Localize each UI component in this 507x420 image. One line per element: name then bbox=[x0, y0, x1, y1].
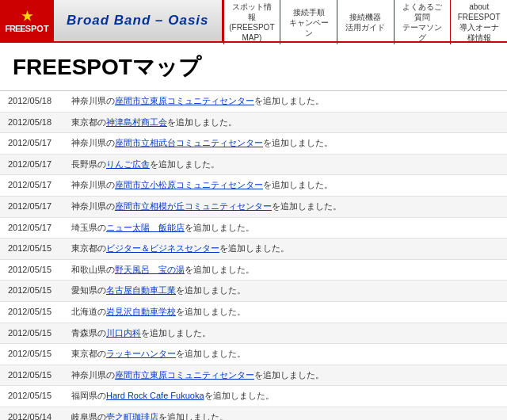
news-text: 東京都の神津島村商工会を追加しました。 bbox=[71, 116, 499, 130]
news-list: 2012/05/18神奈川県の座間市立東原コミュニティセンターを追加しました。2… bbox=[0, 91, 507, 420]
news-link[interactable]: 名古屋自動車工業 bbox=[106, 285, 176, 295]
news-text: 福岡県のHard Rock Cafe Fukuokaを追加しました。 bbox=[71, 389, 499, 403]
news-row: 2012/05/15北海道の岩見沢自動車学校を追加しました。 bbox=[0, 302, 507, 323]
news-row: 2012/05/15福岡県のHard Rock Cafe Fukuokaを追加し… bbox=[0, 386, 507, 407]
news-row: 2012/05/18神奈川県の座間市立東原コミュニティセンターを追加しました。 bbox=[0, 91, 507, 113]
news-date: 2012/05/17 bbox=[8, 158, 71, 172]
brand-text: Broad Band – Oasis bbox=[67, 13, 209, 29]
news-row: 2012/05/15東京都のラッキーハンターを追加しました。 bbox=[0, 344, 507, 365]
logo-area: ★ FREESPOT bbox=[0, 0, 54, 41]
news-text: 神奈川県の座間市立小松原コミュニティセンターを追加しました。 bbox=[71, 178, 499, 193]
news-row: 2012/05/17長野県のりんご広舎を追加しました。 bbox=[0, 155, 507, 176]
news-link[interactable]: 壱之町珈琲店 bbox=[106, 412, 158, 420]
news-link[interactable]: 川口内科 bbox=[106, 328, 141, 338]
news-text: 北海道の岩見沢自動車学校を追加しました。 bbox=[71, 305, 499, 319]
news-link[interactable]: 座間市立相武台コミュニティセンター bbox=[115, 138, 263, 147]
news-date: 2012/05/15 bbox=[8, 347, 71, 361]
news-date: 2012/05/15 bbox=[8, 305, 71, 319]
nav-spot-info[interactable]: スポット情報(FREESPOT MAP) bbox=[223, 0, 280, 44]
news-row: 2012/05/18東京都の神津島村商工会を追加しました。 bbox=[0, 113, 507, 134]
news-date: 2012/05/18 bbox=[8, 94, 71, 109]
news-text: 青森県の川口内科を追加しました。 bbox=[71, 326, 499, 341]
nav-faq[interactable]: よくあるご質問テーマソング bbox=[394, 0, 451, 44]
news-date: 2012/05/15 bbox=[8, 389, 71, 403]
page-title: FREESPOTマップ bbox=[0, 43, 507, 91]
news-link[interactable]: 座間市立東原コミュニティセンター bbox=[115, 96, 254, 105]
news-date: 2012/05/18 bbox=[8, 116, 71, 130]
news-link[interactable]: 座間市立相模が丘コミュニティセンター bbox=[115, 201, 272, 211]
news-link[interactable]: Hard Rock Cafe Fukuoka bbox=[106, 391, 204, 400]
news-row: 2012/05/14岐阜県の壱之町珈琲店を追加しました。 bbox=[0, 407, 507, 420]
news-text: 東京都のラッキーハンターを追加しました。 bbox=[71, 347, 499, 361]
news-row: 2012/05/15東京都のビジター＆ビジネスセンターを追加しました。 bbox=[0, 239, 507, 260]
news-link[interactable]: 神津島村商工会 bbox=[106, 117, 167, 127]
news-row: 2012/05/15神奈川県の座間市立東原コミュニティセンターを追加しました。 bbox=[0, 365, 507, 387]
news-date: 2012/05/17 bbox=[8, 221, 71, 235]
news-link[interactable]: 座間市立東原コミュニティセンター bbox=[115, 370, 254, 380]
news-link[interactable]: りんご広舎 bbox=[106, 159, 150, 169]
nav-top: スポット情報(FREESPOT MAP) 接続手順キャンペーン 接続機器活用ガイ… bbox=[223, 0, 507, 44]
news-text: 神奈川県の座間市立東原コミュニティセンターを追加しました。 bbox=[71, 368, 499, 383]
news-text: 長野県のりんご広舎を追加しました。 bbox=[71, 158, 499, 172]
header: ★ FREESPOT Broad Band – Oasis スポット情報(FRE… bbox=[0, 0, 507, 43]
news-date: 2012/05/15 bbox=[8, 368, 71, 383]
news-date: 2012/05/17 bbox=[8, 178, 71, 193]
news-row: 2012/05/17神奈川県の座間市立相模が丘コミュニティセンターを追加しました… bbox=[0, 197, 507, 218]
news-link[interactable]: ラッキーハンター bbox=[106, 349, 176, 358]
news-date: 2012/05/17 bbox=[8, 136, 71, 151]
news-link[interactable]: 岩見沢自動車学校 bbox=[106, 307, 176, 316]
news-text: 岐阜県の壱之町珈琲店を追加しました。 bbox=[71, 410, 499, 420]
news-text: 和歌山県の野天風呂 宝の湯を追加しました。 bbox=[71, 263, 499, 277]
news-link[interactable]: 座間市立小松原コミュニティセンター bbox=[115, 180, 263, 189]
news-link[interactable]: ビジター＆ビジネスセンター bbox=[106, 243, 219, 253]
nav-device[interactable]: 接続機器活用ガイド bbox=[337, 0, 394, 44]
nav-about[interactable]: about FREESPOT導入オーナ様情報 bbox=[450, 0, 507, 44]
news-row: 2012/05/17埼玉県のニュー太陽 飯能店を追加しました。 bbox=[0, 218, 507, 239]
news-date: 2012/05/15 bbox=[8, 284, 71, 298]
news-link[interactable]: ニュー太陽 飯能店 bbox=[106, 223, 185, 232]
logo-freespot: ★ FREESPOT bbox=[5, 9, 48, 33]
news-row: 2012/05/15和歌山県の野天風呂 宝の湯を追加しました。 bbox=[0, 260, 507, 281]
news-link[interactable]: 野天風呂 宝の湯 bbox=[115, 265, 185, 274]
news-text: 神奈川県の座間市立東原コミュニティセンターを追加しました。 bbox=[71, 94, 499, 109]
news-row: 2012/05/15愛知県の名古屋自動車工業を追加しました。 bbox=[0, 281, 507, 302]
news-text: 神奈川県の座間市立相武台コミュニティセンターを追加しました。 bbox=[71, 136, 499, 151]
brand-area: Broad Band – Oasis bbox=[54, 0, 223, 41]
news-row: 2012/05/17神奈川県の座間市立相武台コミュニティセンターを追加しました。 bbox=[0, 133, 507, 155]
news-date: 2012/05/15 bbox=[8, 242, 71, 256]
news-text: 埼玉県のニュー太陽 飯能店を追加しました。 bbox=[71, 221, 499, 235]
news-row: 2012/05/15青森県の川口内科を追加しました。 bbox=[0, 323, 507, 345]
news-date: 2012/05/15 bbox=[8, 326, 71, 341]
nav-connection[interactable]: 接続手順キャンペーン bbox=[280, 0, 337, 44]
news-text: 神奈川県の座間市立相模が丘コミュニティセンターを追加しました。 bbox=[71, 200, 499, 214]
nav-area: スポット情報(FREESPOT MAP) 接続手順キャンペーン 接続機器活用ガイ… bbox=[223, 0, 507, 41]
news-date: 2012/05/15 bbox=[8, 263, 71, 277]
news-text: 東京都のビジター＆ビジネスセンターを追加しました。 bbox=[71, 242, 499, 256]
news-date: 2012/05/14 bbox=[8, 410, 71, 420]
news-text: 愛知県の名古屋自動車工業を追加しました。 bbox=[71, 284, 499, 298]
news-date: 2012/05/17 bbox=[8, 200, 71, 214]
news-row: 2012/05/17神奈川県の座間市立小松原コミュニティセンターを追加しました。 bbox=[0, 175, 507, 197]
